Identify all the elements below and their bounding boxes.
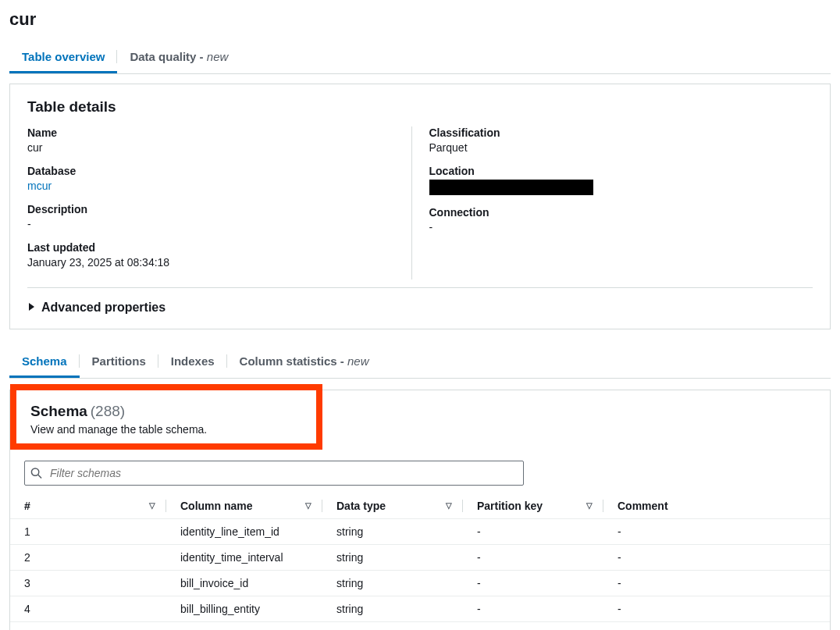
advanced-properties-toggle[interactable]: Advanced properties <box>27 287 813 315</box>
svg-point-1 <box>31 468 38 475</box>
schema-highlight-box: Schema (288) View and manage the table s… <box>10 384 322 450</box>
tab-partitions[interactable]: Partitions <box>80 347 158 378</box>
location-label: Location <box>429 165 813 177</box>
schema-table: #▽ Column name▽ Data type▽ Partition key… <box>10 493 830 630</box>
name-label: Name <box>27 126 411 139</box>
top-tabs: Table overview Data quality - new <box>9 42 831 74</box>
schema-count: (288) <box>91 403 125 419</box>
description-value: - <box>27 218 411 230</box>
cell-comment: - <box>603 596 830 622</box>
col-header-label: # <box>24 500 30 512</box>
sort-icon: ▽ <box>149 503 155 509</box>
cell-column-name: bill_invoice_id <box>166 571 322 596</box>
tab-label: Column statistics - <box>240 354 347 368</box>
cell-data-type: string <box>322 622 463 631</box>
cell-data-type: string <box>322 596 463 622</box>
cell-data-type: string <box>322 519 463 545</box>
col-header-column-name[interactable]: Column name▽ <box>166 493 322 519</box>
classification-label: Classification <box>429 126 813 139</box>
cell-column-name: identity_line_item_id <box>166 519 322 545</box>
svg-line-2 <box>38 475 41 478</box>
col-header-partition-key[interactable]: Partition key▽ <box>463 493 603 519</box>
last-updated-label: Last updated <box>27 241 411 254</box>
caret-right-icon <box>27 301 35 315</box>
table-row: 5bill_bill_typestring-- <box>10 622 830 631</box>
col-header-comment[interactable]: Comment <box>603 493 830 519</box>
tab-new-badge: new <box>207 50 229 63</box>
table-details-title: Table details <box>27 98 813 116</box>
cell-number: 1 <box>10 519 166 545</box>
sub-tabs: Schema Partitions Indexes Column statist… <box>9 347 831 379</box>
cell-number: 3 <box>10 571 166 596</box>
col-header-number[interactable]: #▽ <box>10 493 166 519</box>
tab-data-quality[interactable]: Data quality - new <box>117 42 240 73</box>
cell-number: 4 <box>10 596 166 622</box>
redacted-block <box>429 180 593 195</box>
col-header-label: Column name <box>180 500 253 512</box>
cell-partition-key: - <box>463 571 603 596</box>
cell-column-name: identity_time_interval <box>166 545 322 571</box>
svg-marker-0 <box>29 303 34 311</box>
cell-number: 5 <box>10 622 166 631</box>
schema-filter-input[interactable] <box>24 461 524 486</box>
cell-partition-key: - <box>463 545 603 571</box>
cell-partition-key: - <box>463 622 603 631</box>
last-updated-value: January 23, 2025 at 08:34:18 <box>27 256 411 269</box>
schema-subtitle: View and manage the table schema. <box>30 423 302 436</box>
name-value: cur <box>27 141 411 154</box>
table-details-panel: Table details Name cur Database mcur Des… <box>9 84 831 329</box>
cell-data-type: string <box>322 571 463 596</box>
description-label: Description <box>27 203 411 215</box>
classification-value: Parquet <box>429 141 813 154</box>
tab-schema[interactable]: Schema <box>9 347 80 378</box>
sort-icon: ▽ <box>446 503 452 509</box>
cell-data-type: string <box>322 545 463 571</box>
advanced-properties-label: Advanced properties <box>41 301 166 315</box>
cell-comment: - <box>603 545 830 571</box>
tab-table-overview[interactable]: Table overview <box>9 42 117 73</box>
schema-search <box>24 461 524 486</box>
tab-new-badge: new <box>347 354 369 368</box>
location-value <box>429 180 813 195</box>
cell-comment: - <box>603 571 830 596</box>
sort-icon: ▽ <box>305 503 311 509</box>
table-row: 3bill_invoice_idstring-- <box>10 571 830 596</box>
cell-partition-key: - <box>463 519 603 545</box>
tab-column-statistics[interactable]: Column statistics - new <box>227 347 382 378</box>
cell-comment: - <box>603 519 830 545</box>
page-title: cur <box>9 9 831 30</box>
col-header-label: Partition key <box>477 500 543 512</box>
table-row: 1identity_line_item_idstring-- <box>10 519 830 545</box>
col-header-data-type[interactable]: Data type▽ <box>322 493 463 519</box>
col-header-label: Comment <box>618 500 668 512</box>
cell-number: 2 <box>10 545 166 571</box>
database-link[interactable]: mcur <box>27 180 411 192</box>
connection-value: - <box>429 221 813 233</box>
table-row: 4bill_billing_entitystring-- <box>10 596 830 622</box>
sort-icon: ▽ <box>586 503 593 509</box>
tab-label: Data quality - <box>130 50 206 63</box>
tab-indexes[interactable]: Indexes <box>158 347 227 378</box>
cell-column-name: bill_billing_entity <box>166 596 322 622</box>
cell-partition-key: - <box>463 596 603 622</box>
cell-comment: - <box>603 622 830 631</box>
col-header-label: Data type <box>336 500 386 512</box>
schema-panel: Schema (288) View and manage the table s… <box>9 390 831 630</box>
schema-title: Schema <box>30 403 87 419</box>
table-row: 2identity_time_intervalstring-- <box>10 545 830 571</box>
database-label: Database <box>27 165 411 177</box>
cell-column-name: bill_bill_type <box>166 622 322 631</box>
search-icon <box>30 468 42 479</box>
connection-label: Connection <box>429 206 813 219</box>
